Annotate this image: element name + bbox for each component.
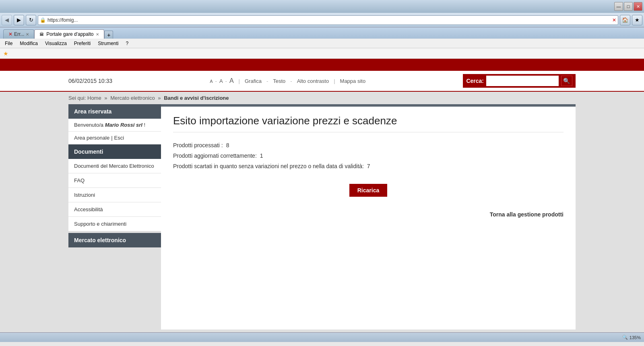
favorites-bar: ★ <box>0 48 644 59</box>
mappa-sito-link[interactable]: Mappa sito <box>340 78 366 84</box>
breadcrumb-home[interactable]: Home <box>87 95 101 101</box>
prodotti-processati-row: Prodotti processati : 8 <box>173 142 564 148</box>
sidebar-documenti-header: Documenti <box>68 144 161 159</box>
address-input[interactable] <box>47 17 611 23</box>
favorites-button[interactable]: ★ <box>632 15 642 25</box>
maximize-button[interactable]: □ <box>624 2 633 11</box>
font-large-button[interactable]: A <box>229 77 234 84</box>
sidebar-mercato-elettronico-header: Mercato elettronico <box>68 233 161 247</box>
refresh-button[interactable]: ↻ <box>26 15 36 25</box>
tab-bar: ✕ Err... ✕ 🏛 Portale gare d'appalto ✕ + <box>0 27 644 39</box>
tab-portale-label: Portale gare d'appalto <box>46 31 93 37</box>
font-size-controls: A - A - A <box>210 77 233 84</box>
font-mid-button[interactable]: A <box>219 78 223 84</box>
header-center: A - A - A | Grafica - Testo - Alto contr… <box>210 77 365 84</box>
tab-portale-close[interactable]: ✕ <box>96 32 99 37</box>
prodotti-scartati-label: Prodotti scartati in quanto senza variaz… <box>173 163 364 169</box>
prodotti-processati-value: 8 <box>226 142 229 148</box>
display-testo[interactable]: Testo <box>273 78 285 84</box>
search-button[interactable]: 🔍 <box>561 76 572 86</box>
tab-error-label: Err... <box>14 31 24 37</box>
tab-error[interactable]: ✕ Err... ✕ <box>3 29 34 39</box>
prodotti-aggiornati-label: Prodotti aggiornati correttamente: <box>173 152 257 159</box>
menu-preferiti[interactable]: Preferiti <box>71 40 94 47</box>
security-icon: 🔒 <box>40 17 46 23</box>
welcome-text: Benvenuto/a <box>74 122 103 128</box>
window-controls[interactable]: — □ ✕ <box>614 2 642 11</box>
sep-pipe1: | <box>239 78 240 84</box>
welcome-suffix: ! <box>144 122 145 128</box>
zoom-icon: 🔍 <box>622 335 628 340</box>
link-separator: | <box>111 135 112 141</box>
new-tab-button[interactable]: + <box>104 31 113 39</box>
titlebar: — □ ✕ <box>0 0 644 13</box>
sidebar-documenti-mercato[interactable]: Documenti del Mercato Elettronico <box>68 159 161 173</box>
prodotti-scartati-row: Prodotti scartati in quanto senza variaz… <box>173 163 564 169</box>
error-indicator: ✕ <box>612 17 616 23</box>
display-grafica[interactable]: Grafica <box>245 78 262 84</box>
search-icon: 🔍 <box>563 78 570 84</box>
main-content: Esito importazione variazione prezzi e s… <box>161 104 576 330</box>
back-link[interactable]: Torna alla gestione prodotti <box>173 211 564 218</box>
minimize-button[interactable]: — <box>614 2 623 11</box>
zoom-level: 135% <box>630 335 641 340</box>
home-button[interactable]: 🏠 <box>620 15 630 25</box>
zoom-indicator: 🔍 135% <box>622 335 641 340</box>
sep-dash2: - <box>290 78 292 84</box>
browser-toolbar: ◀ ▶ ↻ 🔒 ✕ 🏠 ★ <box>0 13 644 27</box>
sidebar-faq[interactable]: FAQ <box>68 173 161 188</box>
prodotti-aggiornati-value: 1 <box>260 152 263 159</box>
close-button[interactable]: ✕ <box>634 2 642 11</box>
header-search: Cerca: 🔍 <box>463 74 576 88</box>
favorites-star-icon: ★ <box>3 50 8 57</box>
back-link-container: Torna alla gestione prodotti <box>173 211 564 218</box>
tab-portale[interactable]: 🏛 Portale gare d'appalto ✕ <box>34 29 104 39</box>
cerca-label: Cerca: <box>466 78 484 84</box>
sidebar-accessibilita[interactable]: Accessibilità <box>68 202 161 217</box>
menu-file[interactable]: File <box>2 40 16 47</box>
ricarica-container: Ricarica <box>173 177 564 203</box>
menu-bar: File Modifica Visualizza Preferiti Strum… <box>0 39 644 48</box>
sep-pipe2: | <box>334 78 335 84</box>
sep-dash1: - <box>266 78 268 84</box>
sidebar: Area riservata Benvenuto/a Mario Rossi s… <box>68 104 161 330</box>
header: 06/02/2015 10:33 A - A - A | Grafica - T… <box>0 71 644 92</box>
breadcrumb-current: Bandi e avvisi d'iscrizione <box>164 95 229 101</box>
sidebar-welcome: Benvenuto/a Mario Rossi srl ! <box>68 119 161 132</box>
content-top-bar <box>161 104 576 107</box>
menu-strumenti[interactable]: Strumenti <box>95 40 122 47</box>
breadcrumb-mercato[interactable]: Mercato elettronico <box>110 95 155 101</box>
address-bar-container: 🔒 ✕ <box>38 15 618 25</box>
area-personale-link[interactable]: Area personale <box>74 135 109 141</box>
breadcrumb-sei-qui: Sei qui: <box>68 95 86 101</box>
prodotti-scartati-value: 7 <box>367 163 370 169</box>
menu-modifica[interactable]: Modifica <box>17 40 41 47</box>
breadcrumb: Sei qui: Home » Mercato elettronico » Ba… <box>60 92 584 104</box>
status-bar: 🔍 135% <box>0 332 644 342</box>
header-date: 06/02/2015 10:33 <box>68 78 112 84</box>
back-button[interactable]: ◀ <box>2 15 12 25</box>
top-banner <box>0 59 644 71</box>
forward-button[interactable]: ▶ <box>14 15 24 25</box>
page-wrapper: 06/02/2015 10:33 A - A - A | Grafica - T… <box>0 59 644 332</box>
font-small-button[interactable]: A <box>210 79 213 84</box>
breadcrumb-arrow1: » <box>104 95 107 101</box>
search-input[interactable] <box>486 76 559 86</box>
font-sep1: - <box>215 78 217 84</box>
ricarica-button[interactable]: Ricarica <box>349 184 387 197</box>
esci-link[interactable]: Esci <box>114 135 124 141</box>
menu-help[interactable]: ? <box>123 40 132 47</box>
prodotti-processati-label: Prodotti processati : <box>173 142 223 148</box>
prodotti-aggiornati-row: Prodotti aggiornati correttamente: 1 <box>173 152 564 159</box>
tab-error-icon: ✕ <box>8 31 12 37</box>
sidebar-area-riservata-header: Area riservata <box>68 104 161 119</box>
tab-error-close[interactable]: ✕ <box>26 32 29 37</box>
sidebar-supporto[interactable]: Supporto e chiarimenti <box>68 217 161 231</box>
font-sep2: - <box>225 78 227 84</box>
breadcrumb-arrow2: » <box>158 95 161 101</box>
welcome-user: Mario Rossi srl <box>105 122 142 128</box>
sidebar-istruzioni[interactable]: Istruzioni <box>68 188 161 202</box>
display-alto-contrasto[interactable]: Alto contrasto <box>297 78 329 84</box>
tab-portale-icon: 🏛 <box>39 32 44 37</box>
menu-visualizza[interactable]: Visualizza <box>42 40 70 47</box>
